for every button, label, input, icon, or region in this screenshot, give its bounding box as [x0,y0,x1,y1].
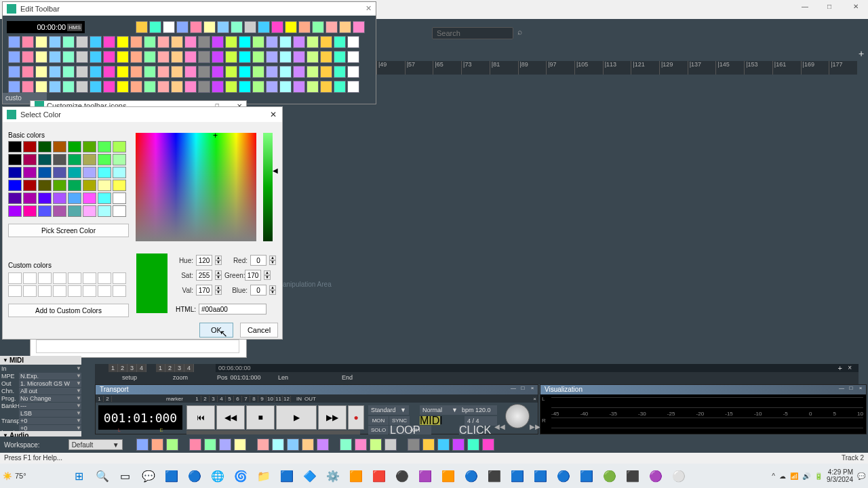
cancel-button[interactable]: Cancel [240,323,278,338]
toolbar-tool[interactable] [157,81,170,93]
toolbar-tool[interactable] [130,36,142,48]
toolbar-tool[interactable] [130,51,142,63]
custom-color-swatch[interactable] [53,285,66,297]
minimize-button[interactable]: — [802,3,811,12]
workspace-tool[interactable] [482,439,494,451]
toolbar-tool[interactable] [184,66,197,78]
basic-color-swatch[interactable] [8,141,22,152]
red-up[interactable]: ▲ [269,256,276,260]
basic-color-swatch[interactable] [98,192,111,204]
seq-tab[interactable]: 4 [137,364,146,372]
toolbar-tool[interactable] [271,21,283,33]
seq-tab[interactable]: 2 [118,364,127,372]
tray-notification-icon[interactable]: 💬 [857,472,865,480]
toolbar-tool[interactable] [353,21,365,33]
toolbar-tool[interactable] [117,51,129,63]
workspace-tool[interactable] [437,439,450,451]
toolbar-tool[interactable] [225,81,237,93]
viz-min-icon[interactable]: — [837,385,846,393]
basic-color-swatch[interactable] [113,167,126,178]
rewind-button[interactable]: ◀◀ [216,405,245,430]
stop-button[interactable]: ■ [246,405,275,430]
sat-down[interactable]: ▼ [215,275,222,280]
taskbar-search-icon[interactable]: 🔍 [92,466,113,485]
app-icon-14[interactable]: ⬛ [622,466,644,485]
solo-button[interactable]: SOLO [368,426,389,434]
marker-close-icon[interactable]: × [533,396,536,402]
app-icon-4[interactable]: 🟦 [276,466,298,485]
toolbar-tool[interactable] [171,36,183,48]
toolbar-tool[interactable] [279,66,292,78]
val-down[interactable]: ▼ [215,290,222,295]
workspace-tool[interactable] [189,439,201,451]
loop-button[interactable]: LOOP [390,426,410,434]
workspace-tool[interactable] [219,439,231,451]
toolbar-tool[interactable] [144,81,156,93]
app-icon-3[interactable]: 🔵 [184,466,205,485]
mode-standard-dropdown[interactable]: Standard▼ [368,405,409,415]
seq-tab[interactable]: 2 [165,364,175,372]
powerpoint-icon[interactable]: 🟧 [437,466,459,485]
toolbar-tool[interactable] [190,21,202,33]
basic-color-swatch[interactable] [8,154,22,165]
search-icon[interactable]: ⌕ [517,27,522,37]
toolbar-tool[interactable] [198,81,210,93]
toolbar-tool[interactable] [225,51,237,63]
toolbar-tool[interactable] [279,51,292,63]
toolbar-tool[interactable] [157,36,170,48]
toolbar-tool[interactable] [62,66,75,78]
toolbar-tool[interactable] [103,81,115,93]
tray-battery-icon[interactable]: 🔋 [814,472,823,480]
scrub-bar[interactable] [186,430,360,434]
workspace-tool[interactable] [384,439,397,451]
toolbar-tool[interactable] [266,81,278,93]
basic-color-swatch[interactable] [23,167,37,178]
app-icon-9[interactable]: 🔵 [460,466,482,485]
custom-color-swatch[interactable] [8,285,22,297]
toolbar-tool[interactable] [90,51,102,63]
basic-color-swatch[interactable] [53,167,66,178]
toolbar-tool[interactable] [8,81,20,93]
midi-row[interactable]: Transp.+0▼ [0,417,81,424]
explorer-icon[interactable]: 📁 [253,466,275,485]
toolbar-tool[interactable] [76,66,88,78]
blue-down[interactable]: ▼ [269,290,276,295]
toolbar-tool[interactable] [49,51,61,63]
toolbar-tool[interactable] [117,36,129,48]
toolbar-tool[interactable] [198,36,210,48]
transport-close-icon[interactable]: × [528,385,536,393]
onenote-icon[interactable]: 🟪 [414,466,436,485]
toolbar-tool[interactable] [347,36,359,48]
lane-2[interactable]: 2 [104,396,112,402]
toolbar-tool[interactable] [90,66,102,78]
toolbar-tool[interactable] [239,36,251,48]
toolbar-tool[interactable] [307,36,319,48]
timecode-display[interactable]: 00:00:00 HMS [7,21,85,33]
toolbar-tool[interactable] [22,81,34,93]
custom-color-swatch[interactable] [38,285,52,297]
viz-close-icon[interactable]: × [856,385,865,393]
app-icon-13[interactable]: 🟢 [599,466,620,485]
toolbar-tool[interactable] [149,21,161,33]
toolbar-tool[interactable] [252,51,264,63]
maximize-button[interactable]: □ [827,3,837,12]
toolbar-tool[interactable] [347,66,359,78]
toolbar-tool[interactable] [244,21,256,33]
tray-chevron-icon[interactable]: ^ [772,472,775,480]
tray-volume-icon[interactable]: 🔊 [802,472,810,480]
workspace-tool[interactable] [151,439,163,451]
jog-wheel[interactable] [505,404,530,428]
basic-color-swatch[interactable] [38,180,52,191]
seq-tab[interactable]: 3 [175,364,184,372]
knob-forward-icon[interactable]: ▶▶ [530,423,540,431]
basic-color-swatch[interactable] [53,205,66,217]
red-input[interactable] [250,255,267,266]
toolbar-tool[interactable] [62,51,75,63]
toolbar-tool[interactable] [266,51,278,63]
toolbar-tool[interactable] [8,66,20,78]
midi-button[interactable]: MIDI [420,416,440,425]
app-icon-5[interactable]: 🔷 [299,466,321,485]
hue-up[interactable]: ▲ [215,256,222,260]
toolbar-tool[interactable] [320,66,332,78]
toolbar-tool[interactable] [239,81,251,93]
